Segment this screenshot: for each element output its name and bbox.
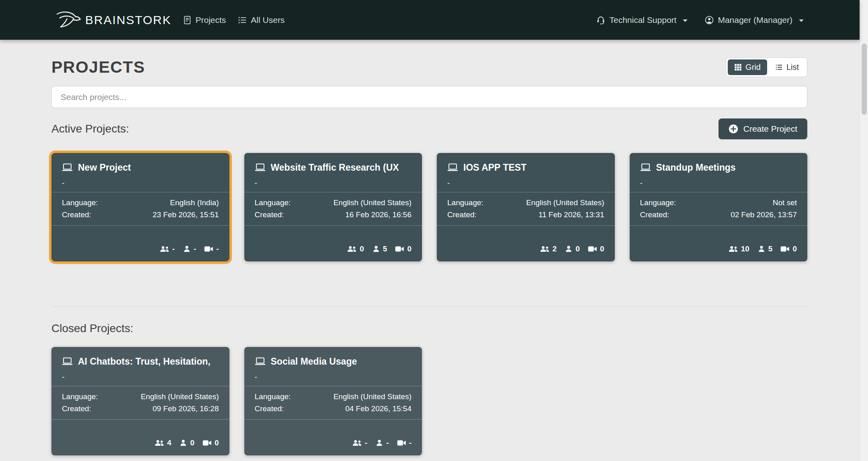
- language-row: Language: English (United States): [62, 392, 219, 401]
- card-divider: [244, 225, 422, 226]
- groups-count: 2: [553, 245, 557, 253]
- project-card-stats: 4 0 0: [62, 439, 219, 447]
- language-row: Language: Not set: [640, 198, 797, 207]
- videos-stat: 0: [395, 245, 411, 253]
- page-title: PROJECTS: [51, 58, 145, 77]
- groups-stat: 10: [728, 245, 749, 253]
- project-card-header: Social Media Usage: [255, 355, 412, 368]
- members-count: -: [194, 245, 196, 253]
- language-value: English (United States): [141, 392, 219, 401]
- language-value: English (United States): [526, 198, 604, 207]
- created-value: 11 Feb 2026, 13:31: [538, 210, 604, 219]
- main-content: PROJECTS Grid: [0, 57, 860, 455]
- grid-view-button[interactable]: Grid: [728, 59, 767, 75]
- person-icon: [179, 439, 187, 447]
- project-card-stats: 10 5 0: [640, 245, 797, 253]
- groups-stat: -: [352, 439, 367, 447]
- language-value: English (United States): [334, 198, 411, 207]
- list-view-label: List: [786, 63, 799, 72]
- project-card-subtitle: -: [255, 373, 412, 381]
- videos-stat: 0: [780, 245, 797, 253]
- person-icon: [757, 245, 766, 253]
- language-row: Language: English (United States): [447, 198, 604, 207]
- project-card-stats: 0 5 0: [255, 245, 412, 253]
- laptop-icon: [255, 163, 266, 172]
- search-input[interactable]: [51, 86, 807, 108]
- project-card[interactable]: New Project - Language: English (India) …: [51, 153, 229, 261]
- project-card-title: Standup Meetings: [656, 162, 736, 173]
- project-card[interactable]: Website Traffic Research (UX - Language:…: [244, 153, 422, 261]
- language-row: Language: English (United States): [255, 198, 412, 207]
- groups-stat: 2: [540, 245, 557, 253]
- chevron-down-icon: [680, 18, 688, 22]
- card-divider: [244, 386, 422, 386]
- person-icon: [375, 439, 383, 447]
- scrollbar-thumb[interactable]: [862, 43, 867, 115]
- created-row: Created: 02 Feb 2026, 13:57: [640, 210, 797, 219]
- project-card-header: AI Chatbots: Trust, Hesitation,: [62, 355, 219, 368]
- language-label: Language:: [62, 392, 98, 401]
- language-value: English (India): [170, 198, 219, 207]
- language-label: Language:: [62, 198, 98, 207]
- groups-count: 10: [741, 245, 749, 253]
- video-camera-icon: [397, 439, 406, 447]
- card-divider: [437, 192, 615, 192]
- brainstork-logo-icon: [55, 10, 81, 31]
- card-divider: [630, 225, 808, 226]
- videos-count: 0: [407, 245, 411, 253]
- chevron-down-icon: [796, 18, 804, 22]
- members-stat: 5: [372, 245, 387, 253]
- video-camera-icon: [780, 245, 790, 253]
- language-value: English (United States): [334, 392, 411, 401]
- project-card[interactable]: IOS APP TEST - Language: English (United…: [437, 153, 615, 261]
- created-row: Created: 16 Feb 2026, 16:56: [255, 210, 412, 219]
- nav-projects[interactable]: Projects: [183, 15, 226, 25]
- videos-stat: -: [397, 439, 411, 447]
- list-icon: [775, 63, 783, 71]
- project-card[interactable]: Standup Meetings - Language: Not set Cre…: [630, 153, 808, 261]
- project-card[interactable]: Social Media Usage - Language: English (…: [244, 347, 422, 455]
- card-divider: [51, 386, 229, 386]
- project-card-header: IOS APP TEST: [447, 161, 604, 174]
- project-card-stats: - - -: [255, 439, 412, 447]
- members-count: -: [386, 439, 389, 447]
- laptop-icon: [62, 163, 73, 172]
- language-label: Language:: [255, 392, 291, 401]
- members-count: 0: [190, 439, 194, 447]
- create-project-button[interactable]: Create Project: [719, 118, 807, 139]
- language-label: Language:: [255, 198, 291, 207]
- card-divider: [51, 225, 229, 226]
- nav-account-menu[interactable]: Manager (Manager): [705, 15, 804, 25]
- card-divider: [244, 419, 422, 420]
- project-card-subtitle: -: [255, 179, 412, 188]
- created-row: Created: 23 Feb 2026, 15:51: [62, 210, 219, 219]
- created-label: Created:: [447, 210, 477, 219]
- brand[interactable]: BRAINSTORK: [55, 10, 172, 31]
- project-card-subtitle: -: [447, 179, 604, 188]
- language-value: Not set: [773, 198, 797, 207]
- project-card-stats: 2 0 0: [447, 245, 604, 253]
- videos-count: 0: [792, 245, 797, 253]
- created-label: Created:: [255, 210, 284, 219]
- card-divider: [437, 225, 615, 226]
- project-card[interactable]: AI Chatbots: Trust, Hesitation, - Langua…: [51, 347, 229, 455]
- members-count: 0: [575, 245, 580, 253]
- nav-technical-support[interactable]: Technical Support: [596, 15, 688, 25]
- project-card-title: Social Media Usage: [271, 356, 357, 367]
- nav-right: Technical Support Manager (Manager): [596, 15, 804, 25]
- laptop-icon: [255, 357, 266, 366]
- project-card-title: New Project: [78, 162, 131, 173]
- scrollbar[interactable]: [860, 0, 868, 461]
- videos-count: 0: [600, 245, 604, 253]
- project-card-header: Website Traffic Research (UX: [255, 161, 412, 174]
- top-navbar: BRAINSTORK Projects: [0, 0, 860, 40]
- person-icon: [372, 245, 380, 253]
- list-view-button[interactable]: List: [769, 59, 805, 75]
- created-value: 23 Feb 2026, 15:51: [153, 210, 219, 219]
- nav-all-users[interactable]: All Users: [238, 15, 285, 25]
- created-row: Created: 04 Feb 2026, 15:54: [255, 404, 412, 413]
- nav-technical-support-label: Technical Support: [609, 15, 676, 25]
- members-count: 5: [768, 245, 773, 253]
- created-label: Created:: [62, 210, 91, 219]
- page: BRAINSTORK Projects: [0, 0, 860, 461]
